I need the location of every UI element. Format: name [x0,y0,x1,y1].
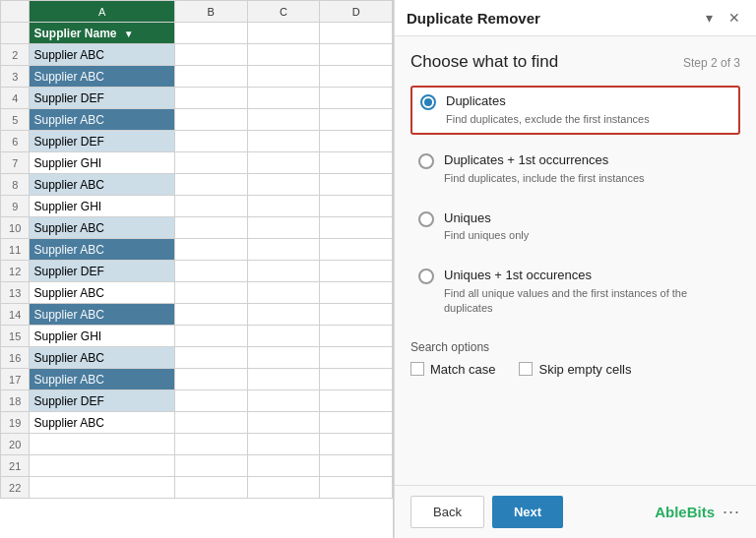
cell-b[interactable] [174,369,247,390]
cell-c[interactable] [247,196,320,217]
table-row[interactable]: Supplier ABC [30,217,174,239]
cell-d[interactable] [320,44,393,66]
cell-c[interactable] [247,109,320,131]
table-row[interactable]: Supplier ABC [30,369,174,390]
cell-d[interactable] [320,217,393,239]
cell-b[interactable] [174,347,247,369]
cell-d[interactable] [320,282,393,304]
radio-duplicates-first[interactable] [418,153,434,169]
cell-d[interactable] [320,326,393,347]
skip-empty-box[interactable] [519,362,533,376]
cell-d[interactable] [320,152,393,174]
table-row[interactable]: Supplier ABC [30,282,174,304]
cell-b[interactable] [174,261,247,282]
cell-c[interactable] [247,369,320,390]
table-row[interactable]: Supplier ABC [30,304,174,326]
cell-b[interactable] [174,304,247,326]
col-header-c[interactable]: C [247,1,320,23]
cell-c[interactable] [247,347,320,369]
table-row[interactable]: Supplier GHI [30,196,174,217]
cell-d[interactable] [320,455,393,477]
cell-c[interactable] [247,217,320,239]
cell-c[interactable] [247,261,320,282]
cell-c[interactable] [247,66,320,88]
next-button[interactable]: Next [492,496,563,528]
table-row[interactable] [30,434,174,455]
cell-d[interactable] [320,261,393,282]
cell-d[interactable] [320,23,393,44]
col-header-d[interactable]: D [320,1,393,23]
table-row[interactable]: Supplier GHI [30,152,174,174]
table-row[interactable]: Supplier Name ▼ [30,23,174,44]
more-button[interactable]: ··· [723,502,740,522]
cell-b[interactable] [174,66,247,88]
cell-c[interactable] [247,326,320,347]
option-uniques-first[interactable]: Uniques + 1st occurencesFind all unique … [410,262,740,323]
cell-d[interactable] [320,109,393,131]
match-case-box[interactable] [410,362,424,376]
cell-c[interactable] [247,390,320,412]
cell-d[interactable] [320,174,393,196]
cell-c[interactable] [247,304,320,326]
cell-c[interactable] [247,477,320,499]
cell-d[interactable] [320,88,393,109]
cell-c[interactable] [247,131,320,152]
cell-d[interactable] [320,477,393,499]
table-row[interactable]: Supplier ABC [30,174,174,196]
cell-b[interactable] [174,455,247,477]
table-row[interactable]: Supplier DEF [30,88,174,109]
table-row[interactable] [30,477,174,499]
cell-c[interactable] [247,88,320,109]
cell-d[interactable] [320,196,393,217]
table-row[interactable]: Supplier DEF [30,390,174,412]
cell-b[interactable] [174,217,247,239]
cell-d[interactable] [320,304,393,326]
cell-b[interactable] [174,109,247,131]
cell-b[interactable] [174,152,247,174]
cell-c[interactable] [247,282,320,304]
cell-b[interactable] [174,477,247,499]
option-uniques[interactable]: UniquesFind uniques only [410,205,740,250]
cell-d[interactable] [320,369,393,390]
cell-b[interactable] [174,390,247,412]
cell-d[interactable] [320,131,393,152]
skip-empty-checkbox[interactable]: Skip empty cells [519,362,631,377]
radio-duplicates[interactable] [420,94,436,110]
cell-b[interactable] [174,88,247,109]
cell-b[interactable] [174,174,247,196]
cell-d[interactable] [320,66,393,88]
cell-b[interactable] [174,196,247,217]
table-row[interactable]: Supplier DEF [30,131,174,152]
table-row[interactable]: Supplier DEF [30,261,174,282]
cell-c[interactable] [247,434,320,455]
table-row[interactable] [30,455,174,477]
table-row[interactable]: Supplier ABC [30,109,174,131]
cell-d[interactable] [320,390,393,412]
match-case-checkbox[interactable]: Match case [410,362,495,377]
option-duplicates[interactable]: DuplicatesFind duplicates, exclude the f… [410,86,740,135]
cell-c[interactable] [247,44,320,66]
table-row[interactable]: Supplier GHI [30,326,174,347]
radio-uniques[interactable] [418,211,434,227]
back-button[interactable]: Back [410,496,484,528]
cell-d[interactable] [320,347,393,369]
cell-c[interactable] [247,174,320,196]
cell-b[interactable] [174,44,247,66]
option-duplicates-first[interactable]: Duplicates + 1st occurrencesFind duplica… [410,147,740,192]
cell-b[interactable] [174,282,247,304]
cell-d[interactable] [320,239,393,261]
cell-c[interactable] [247,239,320,261]
cell-c[interactable] [247,412,320,434]
table-row[interactable]: Supplier ABC [30,412,174,434]
col-header-b[interactable]: B [174,1,247,23]
table-row[interactable]: Supplier ABC [30,44,174,66]
chevron-down-icon[interactable]: ▾ [702,8,717,28]
cell-c[interactable] [247,152,320,174]
cell-b[interactable] [174,326,247,347]
radio-uniques-first[interactable] [418,269,434,284]
cell-b[interactable] [174,239,247,261]
col-header-a[interactable]: A [30,1,174,23]
table-row[interactable]: Supplier ABC [30,347,174,369]
close-icon[interactable]: ✕ [724,8,744,28]
cell-c[interactable] [247,455,320,477]
